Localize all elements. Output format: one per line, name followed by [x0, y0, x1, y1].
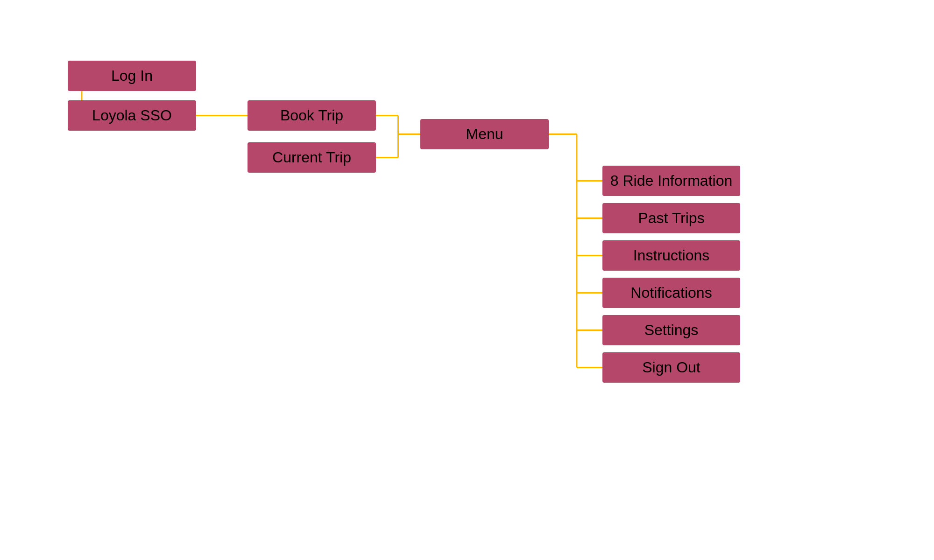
menu-label: Menu — [466, 126, 503, 143]
loyola-node[interactable]: Loyola SSO — [68, 100, 196, 131]
loyola-label: Loyola SSO — [92, 107, 172, 124]
current-trip-label: Current Trip — [272, 149, 351, 166]
instructions-label: Instructions — [633, 247, 710, 264]
sign-out-label: Sign Out — [642, 359, 700, 376]
book-trip-node[interactable]: Book Trip — [248, 100, 376, 131]
current-trip-node[interactable]: Current Trip — [248, 142, 376, 173]
login-node[interactable]: Log In — [68, 61, 196, 91]
ride-info-node[interactable]: 8 Ride Information — [602, 166, 740, 196]
settings-label: Settings — [644, 322, 699, 339]
past-trips-label: Past Trips — [638, 210, 704, 227]
past-trips-node[interactable]: Past Trips — [602, 203, 740, 233]
notifications-node[interactable]: Notifications — [602, 278, 740, 308]
book-trip-label: Book Trip — [280, 107, 343, 124]
instructions-node[interactable]: Instructions — [602, 240, 740, 271]
sign-out-node[interactable]: Sign Out — [602, 352, 740, 383]
settings-node[interactable]: Settings — [602, 315, 740, 345]
notifications-label: Notifications — [630, 284, 712, 301]
menu-node[interactable]: Menu — [420, 119, 549, 149]
ride-info-label: 8 Ride Information — [610, 172, 732, 189]
login-label: Log In — [111, 67, 153, 84]
